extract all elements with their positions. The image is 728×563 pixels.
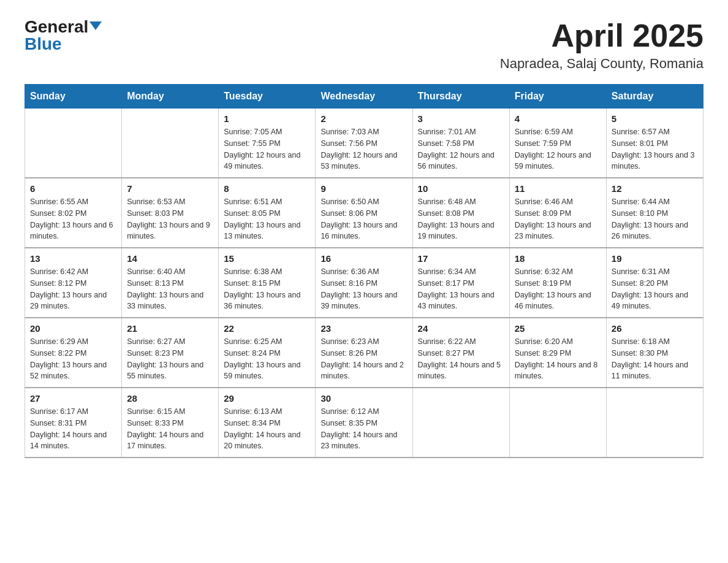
calendar-cell: [412, 388, 509, 458]
calendar-table: SundayMondayTuesdayWednesdayThursdayFrid…: [25, 84, 703, 458]
calendar-cell: 4Sunrise: 6:59 AMSunset: 7:59 PMDaylight…: [509, 109, 606, 178]
day-number: 15: [224, 253, 310, 264]
weekday-header-tuesday: Tuesday: [219, 85, 316, 109]
weekday-header-thursday: Thursday: [412, 85, 509, 109]
day-number: 16: [320, 253, 407, 264]
day-info: Sunrise: 6:34 AMSunset: 8:17 PMDaylight:…: [418, 266, 504, 312]
calendar-cell: 12Sunrise: 6:44 AMSunset: 8:10 PMDayligh…: [606, 178, 703, 248]
day-number: 22: [224, 323, 310, 334]
day-info: Sunrise: 6:25 AMSunset: 8:24 PMDaylight:…: [224, 336, 310, 382]
day-info: Sunrise: 6:51 AMSunset: 8:05 PMDaylight:…: [224, 196, 310, 242]
calendar-cell: [509, 388, 606, 458]
day-info: Sunrise: 6:50 AMSunset: 8:06 PMDaylight:…: [320, 196, 407, 242]
day-info: Sunrise: 6:46 AMSunset: 8:09 PMDaylight:…: [515, 196, 601, 242]
day-info: Sunrise: 6:13 AMSunset: 8:34 PMDaylight:…: [224, 406, 310, 452]
calendar-cell: 29Sunrise: 6:13 AMSunset: 8:34 PMDayligh…: [219, 388, 316, 458]
day-number: 29: [224, 393, 310, 404]
calendar-cell: 11Sunrise: 6:46 AMSunset: 8:09 PMDayligh…: [509, 178, 606, 248]
day-number: 18: [515, 253, 601, 264]
location-title: Napradea, Salaj County, Romania: [500, 56, 703, 72]
calendar-week-row: 1Sunrise: 7:05 AMSunset: 7:55 PMDaylight…: [25, 109, 703, 178]
day-info: Sunrise: 6:23 AMSunset: 8:26 PMDaylight:…: [320, 336, 407, 382]
day-info: Sunrise: 6:36 AMSunset: 8:16 PMDaylight:…: [320, 266, 407, 312]
calendar-cell: 13Sunrise: 6:42 AMSunset: 8:12 PMDayligh…: [25, 248, 122, 318]
day-number: 26: [612, 323, 698, 334]
logo: General Blue: [25, 18, 102, 53]
calendar-cell: 26Sunrise: 6:18 AMSunset: 8:30 PMDayligh…: [606, 318, 703, 388]
calendar-header-row: SundayMondayTuesdayWednesdayThursdayFrid…: [25, 85, 703, 109]
logo-triangle-icon: [89, 21, 102, 30]
day-info: Sunrise: 6:44 AMSunset: 8:10 PMDaylight:…: [612, 196, 698, 242]
day-number: 1: [224, 113, 310, 124]
weekday-header-sunday: Sunday: [25, 85, 122, 109]
calendar-week-row: 13Sunrise: 6:42 AMSunset: 8:12 PMDayligh…: [25, 248, 703, 318]
calendar-week-row: 6Sunrise: 6:55 AMSunset: 8:02 PMDaylight…: [25, 178, 703, 248]
calendar-cell: 19Sunrise: 6:31 AMSunset: 8:20 PMDayligh…: [606, 248, 703, 318]
calendar-cell: 20Sunrise: 6:29 AMSunset: 8:22 PMDayligh…: [25, 318, 122, 388]
day-number: 5: [612, 113, 698, 124]
calendar-cell: 17Sunrise: 6:34 AMSunset: 8:17 PMDayligh…: [412, 248, 509, 318]
day-info: Sunrise: 6:17 AMSunset: 8:31 PMDaylight:…: [30, 406, 116, 452]
day-number: 9: [320, 183, 407, 194]
page-header: General Blue April 2025 Napradea, Salaj …: [25, 18, 703, 72]
day-number: 30: [320, 393, 407, 404]
calendar-week-row: 27Sunrise: 6:17 AMSunset: 8:31 PMDayligh…: [25, 388, 703, 458]
day-info: Sunrise: 6:29 AMSunset: 8:22 PMDaylight:…: [30, 336, 116, 382]
day-info: Sunrise: 6:55 AMSunset: 8:02 PMDaylight:…: [30, 196, 116, 242]
day-number: 13: [30, 253, 116, 264]
day-info: Sunrise: 7:03 AMSunset: 7:56 PMDaylight:…: [320, 126, 407, 172]
day-number: 27: [30, 393, 116, 404]
day-number: 25: [515, 323, 601, 334]
day-number: 7: [127, 183, 213, 194]
weekday-header-monday: Monday: [122, 85, 219, 109]
day-info: Sunrise: 6:22 AMSunset: 8:27 PMDaylight:…: [418, 336, 504, 382]
day-number: 19: [612, 253, 698, 264]
day-info: Sunrise: 6:27 AMSunset: 8:23 PMDaylight:…: [127, 336, 213, 382]
calendar-cell: 23Sunrise: 6:23 AMSunset: 8:26 PMDayligh…: [316, 318, 412, 388]
day-number: 8: [224, 183, 310, 194]
calendar-cell: 25Sunrise: 6:20 AMSunset: 8:29 PMDayligh…: [509, 318, 606, 388]
day-info: Sunrise: 6:59 AMSunset: 7:59 PMDaylight:…: [515, 126, 601, 172]
day-info: Sunrise: 7:01 AMSunset: 7:58 PMDaylight:…: [418, 126, 504, 172]
day-number: 10: [418, 183, 504, 194]
calendar-cell: 5Sunrise: 6:57 AMSunset: 8:01 PMDaylight…: [606, 109, 703, 178]
title-block: April 2025 Napradea, Salaj County, Roman…: [500, 18, 703, 72]
weekday-header-friday: Friday: [509, 85, 606, 109]
day-info: Sunrise: 6:32 AMSunset: 8:19 PMDaylight:…: [515, 266, 601, 312]
logo-blue-text: Blue: [25, 36, 62, 53]
day-info: Sunrise: 6:18 AMSunset: 8:30 PMDaylight:…: [612, 336, 698, 382]
calendar-cell: 18Sunrise: 6:32 AMSunset: 8:19 PMDayligh…: [509, 248, 606, 318]
calendar-cell: 21Sunrise: 6:27 AMSunset: 8:23 PMDayligh…: [122, 318, 219, 388]
day-info: Sunrise: 6:53 AMSunset: 8:03 PMDaylight:…: [127, 196, 213, 242]
month-year-title: April 2025: [500, 18, 703, 53]
calendar-cell: 15Sunrise: 6:38 AMSunset: 8:15 PMDayligh…: [219, 248, 316, 318]
day-info: Sunrise: 6:40 AMSunset: 8:13 PMDaylight:…: [127, 266, 213, 312]
day-number: 4: [515, 113, 601, 124]
day-info: Sunrise: 6:48 AMSunset: 8:08 PMDaylight:…: [418, 196, 504, 242]
calendar-cell: 10Sunrise: 6:48 AMSunset: 8:08 PMDayligh…: [412, 178, 509, 248]
day-number: 14: [127, 253, 213, 264]
calendar-cell: [25, 109, 122, 178]
calendar-cell: 28Sunrise: 6:15 AMSunset: 8:33 PMDayligh…: [122, 388, 219, 458]
day-number: 20: [30, 323, 116, 334]
calendar-week-row: 20Sunrise: 6:29 AMSunset: 8:22 PMDayligh…: [25, 318, 703, 388]
day-info: Sunrise: 6:42 AMSunset: 8:12 PMDaylight:…: [30, 266, 116, 312]
calendar-cell: 6Sunrise: 6:55 AMSunset: 8:02 PMDaylight…: [25, 178, 122, 248]
day-number: 28: [127, 393, 213, 404]
calendar-cell: 1Sunrise: 7:05 AMSunset: 7:55 PMDaylight…: [219, 109, 316, 178]
day-info: Sunrise: 6:12 AMSunset: 8:35 PMDaylight:…: [320, 406, 407, 452]
day-number: 6: [30, 183, 116, 194]
calendar-cell: 14Sunrise: 6:40 AMSunset: 8:13 PMDayligh…: [122, 248, 219, 318]
calendar-cell: 27Sunrise: 6:17 AMSunset: 8:31 PMDayligh…: [25, 388, 122, 458]
day-info: Sunrise: 6:15 AMSunset: 8:33 PMDaylight:…: [127, 406, 213, 452]
calendar-cell: 22Sunrise: 6:25 AMSunset: 8:24 PMDayligh…: [219, 318, 316, 388]
day-number: 2: [320, 113, 407, 124]
calendar-cell: 16Sunrise: 6:36 AMSunset: 8:16 PMDayligh…: [316, 248, 412, 318]
day-number: 11: [515, 183, 601, 194]
calendar-cell: 2Sunrise: 7:03 AMSunset: 7:56 PMDaylight…: [316, 109, 412, 178]
calendar-cell: 30Sunrise: 6:12 AMSunset: 8:35 PMDayligh…: [316, 388, 412, 458]
day-number: 21: [127, 323, 213, 334]
calendar-cell: [606, 388, 703, 458]
calendar-cell: 24Sunrise: 6:22 AMSunset: 8:27 PMDayligh…: [412, 318, 509, 388]
day-info: Sunrise: 6:31 AMSunset: 8:20 PMDaylight:…: [612, 266, 698, 312]
